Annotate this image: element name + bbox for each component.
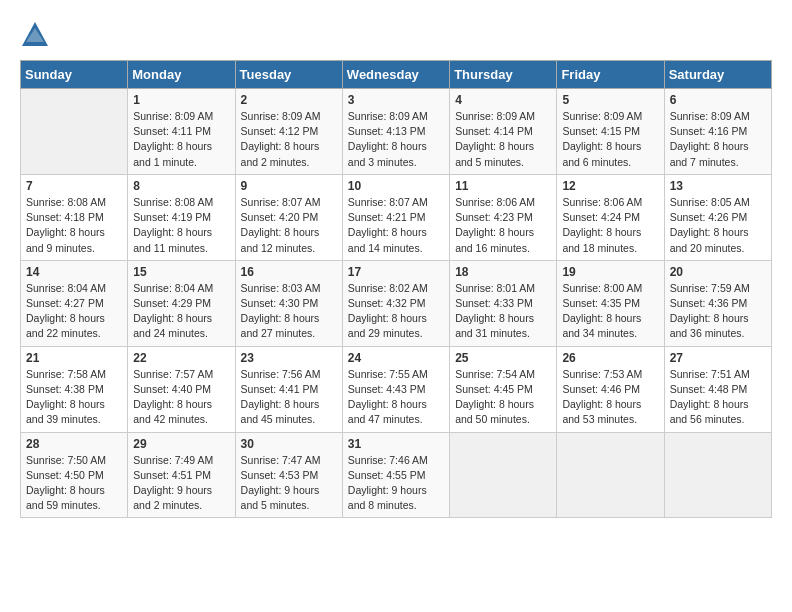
day-info: Sunrise: 8:04 AM Sunset: 4:27 PM Dayligh… [26,281,122,342]
header-cell-tuesday: Tuesday [235,61,342,89]
day-number: 30 [241,437,337,451]
day-info: Sunrise: 8:07 AM Sunset: 4:21 PM Dayligh… [348,195,444,256]
day-number: 29 [133,437,229,451]
day-cell: 10Sunrise: 8:07 AM Sunset: 4:21 PM Dayli… [342,174,449,260]
day-cell [450,432,557,518]
day-cell: 9Sunrise: 8:07 AM Sunset: 4:20 PM Daylig… [235,174,342,260]
week-row-3: 14Sunrise: 8:04 AM Sunset: 4:27 PM Dayli… [21,260,772,346]
week-row-4: 21Sunrise: 7:58 AM Sunset: 4:38 PM Dayli… [21,346,772,432]
day-cell [557,432,664,518]
day-number: 3 [348,93,444,107]
header-cell-thursday: Thursday [450,61,557,89]
day-info: Sunrise: 8:09 AM Sunset: 4:11 PM Dayligh… [133,109,229,170]
page-header [20,20,772,50]
day-cell: 8Sunrise: 8:08 AM Sunset: 4:19 PM Daylig… [128,174,235,260]
day-cell: 28Sunrise: 7:50 AM Sunset: 4:50 PM Dayli… [21,432,128,518]
day-info: Sunrise: 7:47 AM Sunset: 4:53 PM Dayligh… [241,453,337,514]
day-number: 19 [562,265,658,279]
day-cell: 26Sunrise: 7:53 AM Sunset: 4:46 PM Dayli… [557,346,664,432]
day-info: Sunrise: 8:08 AM Sunset: 4:18 PM Dayligh… [26,195,122,256]
day-number: 5 [562,93,658,107]
day-info: Sunrise: 8:09 AM Sunset: 4:12 PM Dayligh… [241,109,337,170]
day-cell: 2Sunrise: 8:09 AM Sunset: 4:12 PM Daylig… [235,89,342,175]
day-cell: 1Sunrise: 8:09 AM Sunset: 4:11 PM Daylig… [128,89,235,175]
day-info: Sunrise: 7:58 AM Sunset: 4:38 PM Dayligh… [26,367,122,428]
day-cell: 29Sunrise: 7:49 AM Sunset: 4:51 PM Dayli… [128,432,235,518]
day-info: Sunrise: 7:55 AM Sunset: 4:43 PM Dayligh… [348,367,444,428]
day-info: Sunrise: 7:53 AM Sunset: 4:46 PM Dayligh… [562,367,658,428]
day-info: Sunrise: 7:56 AM Sunset: 4:41 PM Dayligh… [241,367,337,428]
day-cell [21,89,128,175]
day-cell: 12Sunrise: 8:06 AM Sunset: 4:24 PM Dayli… [557,174,664,260]
day-cell: 11Sunrise: 8:06 AM Sunset: 4:23 PM Dayli… [450,174,557,260]
day-info: Sunrise: 7:54 AM Sunset: 4:45 PM Dayligh… [455,367,551,428]
day-number: 21 [26,351,122,365]
day-info: Sunrise: 8:07 AM Sunset: 4:20 PM Dayligh… [241,195,337,256]
logo [20,20,54,50]
day-cell: 7Sunrise: 8:08 AM Sunset: 4:18 PM Daylig… [21,174,128,260]
day-number: 25 [455,351,551,365]
day-info: Sunrise: 7:59 AM Sunset: 4:36 PM Dayligh… [670,281,766,342]
header-cell-wednesday: Wednesday [342,61,449,89]
week-row-2: 7Sunrise: 8:08 AM Sunset: 4:18 PM Daylig… [21,174,772,260]
day-info: Sunrise: 8:09 AM Sunset: 4:13 PM Dayligh… [348,109,444,170]
day-cell: 3Sunrise: 8:09 AM Sunset: 4:13 PM Daylig… [342,89,449,175]
day-number: 7 [26,179,122,193]
day-cell: 14Sunrise: 8:04 AM Sunset: 4:27 PM Dayli… [21,260,128,346]
day-cell: 25Sunrise: 7:54 AM Sunset: 4:45 PM Dayli… [450,346,557,432]
day-cell: 27Sunrise: 7:51 AM Sunset: 4:48 PM Dayli… [664,346,771,432]
day-info: Sunrise: 7:49 AM Sunset: 4:51 PM Dayligh… [133,453,229,514]
day-info: Sunrise: 8:00 AM Sunset: 4:35 PM Dayligh… [562,281,658,342]
day-cell: 6Sunrise: 8:09 AM Sunset: 4:16 PM Daylig… [664,89,771,175]
day-cell: 13Sunrise: 8:05 AM Sunset: 4:26 PM Dayli… [664,174,771,260]
header-cell-saturday: Saturday [664,61,771,89]
day-number: 4 [455,93,551,107]
day-info: Sunrise: 8:06 AM Sunset: 4:24 PM Dayligh… [562,195,658,256]
day-info: Sunrise: 8:05 AM Sunset: 4:26 PM Dayligh… [670,195,766,256]
day-number: 26 [562,351,658,365]
day-info: Sunrise: 7:50 AM Sunset: 4:50 PM Dayligh… [26,453,122,514]
day-number: 2 [241,93,337,107]
day-number: 31 [348,437,444,451]
day-info: Sunrise: 8:06 AM Sunset: 4:23 PM Dayligh… [455,195,551,256]
day-number: 1 [133,93,229,107]
day-cell: 30Sunrise: 7:47 AM Sunset: 4:53 PM Dayli… [235,432,342,518]
day-number: 13 [670,179,766,193]
day-cell: 23Sunrise: 7:56 AM Sunset: 4:41 PM Dayli… [235,346,342,432]
day-info: Sunrise: 7:57 AM Sunset: 4:40 PM Dayligh… [133,367,229,428]
day-number: 14 [26,265,122,279]
day-info: Sunrise: 8:08 AM Sunset: 4:19 PM Dayligh… [133,195,229,256]
day-cell: 20Sunrise: 7:59 AM Sunset: 4:36 PM Dayli… [664,260,771,346]
week-row-5: 28Sunrise: 7:50 AM Sunset: 4:50 PM Dayli… [21,432,772,518]
calendar-table: SundayMondayTuesdayWednesdayThursdayFrid… [20,60,772,518]
day-info: Sunrise: 8:09 AM Sunset: 4:15 PM Dayligh… [562,109,658,170]
day-number: 20 [670,265,766,279]
day-info: Sunrise: 7:46 AM Sunset: 4:55 PM Dayligh… [348,453,444,514]
day-number: 8 [133,179,229,193]
day-info: Sunrise: 7:51 AM Sunset: 4:48 PM Dayligh… [670,367,766,428]
day-cell: 19Sunrise: 8:00 AM Sunset: 4:35 PM Dayli… [557,260,664,346]
day-info: Sunrise: 8:09 AM Sunset: 4:14 PM Dayligh… [455,109,551,170]
day-cell: 22Sunrise: 7:57 AM Sunset: 4:40 PM Dayli… [128,346,235,432]
day-number: 10 [348,179,444,193]
day-number: 24 [348,351,444,365]
header-row: SundayMondayTuesdayWednesdayThursdayFrid… [21,61,772,89]
day-number: 28 [26,437,122,451]
day-number: 12 [562,179,658,193]
header-cell-sunday: Sunday [21,61,128,89]
day-number: 16 [241,265,337,279]
day-cell: 18Sunrise: 8:01 AM Sunset: 4:33 PM Dayli… [450,260,557,346]
day-cell: 21Sunrise: 7:58 AM Sunset: 4:38 PM Dayli… [21,346,128,432]
week-row-1: 1Sunrise: 8:09 AM Sunset: 4:11 PM Daylig… [21,89,772,175]
day-number: 6 [670,93,766,107]
day-number: 23 [241,351,337,365]
header-cell-friday: Friday [557,61,664,89]
day-number: 17 [348,265,444,279]
day-info: Sunrise: 8:01 AM Sunset: 4:33 PM Dayligh… [455,281,551,342]
day-cell [664,432,771,518]
day-number: 15 [133,265,229,279]
day-number: 27 [670,351,766,365]
day-cell: 4Sunrise: 8:09 AM Sunset: 4:14 PM Daylig… [450,89,557,175]
day-cell: 5Sunrise: 8:09 AM Sunset: 4:15 PM Daylig… [557,89,664,175]
day-cell: 15Sunrise: 8:04 AM Sunset: 4:29 PM Dayli… [128,260,235,346]
